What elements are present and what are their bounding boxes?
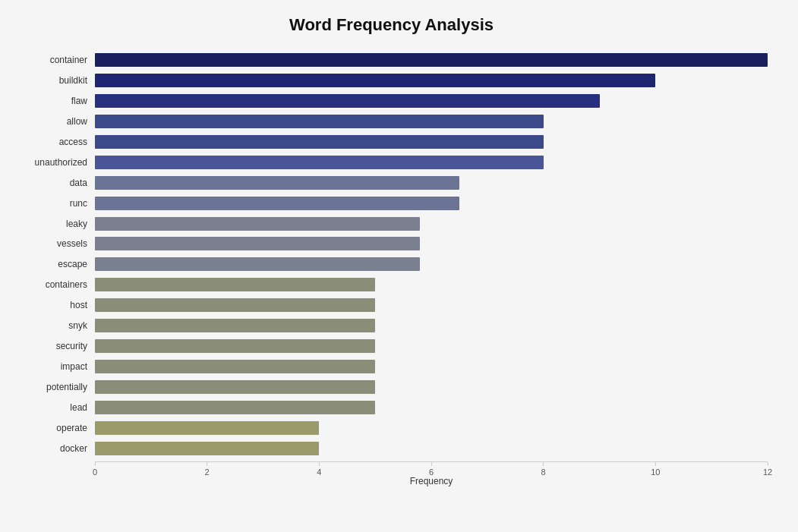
- x-tick-label: 8: [541, 467, 546, 477]
- x-tick: 4: [317, 462, 321, 477]
- bar-label: container: [15, 55, 95, 65]
- bar-label: allow: [15, 116, 95, 127]
- x-tick-line: [95, 462, 96, 466]
- bar-track: [95, 442, 768, 455]
- bar-track: [95, 278, 768, 291]
- bar-fill: [95, 319, 375, 332]
- bar-label: containers: [15, 279, 95, 290]
- bar-label: potentially: [15, 382, 95, 392]
- x-tick-label: 0: [93, 467, 97, 477]
- bar-row: flaw: [15, 93, 768, 109]
- x-tick: 0: [93, 462, 97, 477]
- bar-row: vessels: [15, 235, 768, 252]
- x-tick: 6: [429, 462, 434, 477]
- bar-row: buildkit: [15, 72, 768, 89]
- bar-row: host: [15, 297, 768, 313]
- bar-fill: [95, 197, 459, 210]
- bar-track: [95, 53, 768, 67]
- bar-label: data: [15, 178, 95, 188]
- bar-row: data: [15, 175, 768, 191]
- bar-fill: [95, 135, 544, 149]
- bar-track: [95, 197, 768, 210]
- bar-track: [95, 360, 768, 373]
- bar-track: [95, 135, 768, 149]
- bar-label: security: [15, 341, 95, 351]
- bar-label: escape: [15, 259, 95, 269]
- chart-title: Word Frequency Analysis: [15, 15, 768, 38]
- bar-label: vessels: [15, 238, 95, 249]
- bar-track: [95, 257, 768, 271]
- x-tick-label: 6: [429, 467, 434, 477]
- x-tick: 10: [651, 462, 660, 477]
- bar-fill: [95, 257, 420, 271]
- chart-container: Word Frequency Analysis containerbuildki…: [0, 0, 798, 532]
- bar-row: container: [15, 52, 768, 68]
- bar-fill: [95, 298, 375, 312]
- bar-track: [95, 380, 768, 394]
- bar-track: [95, 176, 768, 190]
- x-tick-label: 12: [763, 467, 772, 477]
- bar-track: [95, 217, 768, 231]
- bar-label: lead: [15, 402, 95, 413]
- bar-track: [95, 339, 768, 353]
- x-tick-line: [655, 462, 656, 466]
- bar-row: operate: [15, 420, 768, 436]
- x-tick-line: [207, 462, 207, 466]
- bar-track: [95, 298, 768, 312]
- bar-fill: [95, 176, 459, 190]
- bar-track: [95, 319, 768, 332]
- bar-fill: [95, 237, 420, 250]
- bar-fill: [95, 115, 544, 128]
- bar-label: leaky: [15, 219, 95, 229]
- bar-fill: [95, 421, 319, 435]
- bar-row: impact: [15, 358, 768, 375]
- bar-fill: [95, 360, 375, 373]
- bar-fill: [95, 217, 420, 231]
- bar-label: buildkit: [15, 75, 95, 86]
- bar-row: docker: [15, 440, 768, 457]
- x-tick: 12: [763, 462, 772, 477]
- bar-track: [95, 421, 768, 435]
- bar-fill: [95, 278, 375, 291]
- bar-track: [95, 115, 768, 128]
- bar-fill: [95, 74, 655, 87]
- x-tick-line: [543, 462, 544, 466]
- bar-fill: [95, 94, 600, 108]
- bar-row: potentially: [15, 379, 768, 395]
- bar-row: escape: [15, 256, 768, 272]
- bar-label: flaw: [15, 96, 95, 106]
- bar-row: leaky: [15, 216, 768, 232]
- x-tick-label: 10: [651, 467, 660, 477]
- bar-label: docker: [15, 443, 95, 454]
- bar-track: [95, 74, 768, 87]
- x-tick: 2: [205, 462, 210, 477]
- x-tick-line: [768, 462, 768, 466]
- chart-area: containerbuildkitflawallowaccessunauthor…: [15, 52, 768, 486]
- bar-track: [95, 401, 768, 414]
- bar-label: host: [15, 300, 95, 310]
- x-tick-line: [431, 462, 432, 466]
- bar-fill: [95, 401, 375, 414]
- bar-fill: [95, 156, 544, 169]
- bar-fill: [95, 380, 375, 394]
- bar-track: [95, 237, 768, 250]
- bar-row: snyk: [15, 317, 768, 334]
- x-tick-label: 4: [317, 467, 321, 477]
- bar-label: runc: [15, 198, 95, 209]
- bar-row: allow: [15, 113, 768, 130]
- bar-label: snyk: [15, 320, 95, 331]
- bar-fill: [95, 53, 768, 67]
- bar-row: containers: [15, 276, 768, 293]
- bar-row: lead: [15, 399, 768, 416]
- bar-track: [95, 156, 768, 169]
- bars-section: containerbuildkitflawallowaccessunauthor…: [15, 52, 768, 457]
- x-tick: 8: [541, 462, 546, 477]
- bar-row: runc: [15, 195, 768, 212]
- bar-label: impact: [15, 361, 95, 372]
- x-tick-line: [319, 462, 320, 466]
- x-axis-area: 024681012 Frequency: [15, 461, 768, 486]
- bar-label: unauthorized: [15, 157, 95, 168]
- bar-row: access: [15, 134, 768, 150]
- bar-label: operate: [15, 423, 95, 433]
- x-axis-label: Frequency: [95, 476, 768, 486]
